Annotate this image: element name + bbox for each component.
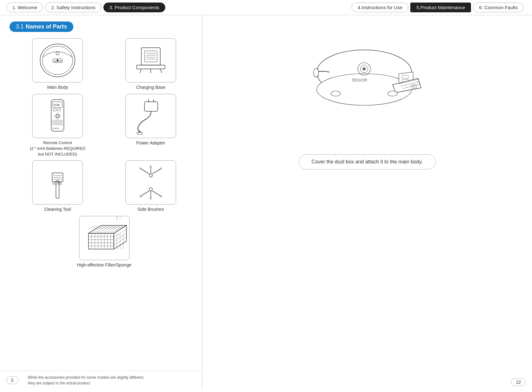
svg-line-52 [141, 169, 149, 174]
svg-rect-31 [60, 123, 62, 125]
svg-point-122 [388, 91, 397, 96]
svg-line-89 [95, 225, 107, 233]
svg-point-123 [314, 68, 319, 77]
part-filter: High-effective Filter/Sponge [16, 216, 193, 268]
svg-text:TESVOR: TESVOR [52, 127, 59, 129]
main-content: 3.1 Names of Parts TESVOR [0, 15, 532, 390]
svg-point-57 [160, 168, 162, 169]
label-side-brushes: Side Brushes [138, 206, 164, 213]
left-panel: 3.1 Names of Parts TESVOR [0, 15, 202, 390]
part-side-brushes: Side Brushes [109, 160, 193, 213]
svg-rect-29 [53, 123, 55, 125]
svg-line-59 [141, 191, 149, 196]
svg-line-101 [107, 225, 114, 229]
label-power-adapter: Power Adapter [136, 140, 165, 146]
svg-marker-22 [56, 118, 59, 119]
svg-line-41 [53, 182, 53, 185]
label-charging-base: Charging Base [136, 84, 165, 91]
svg-rect-36 [137, 132, 142, 134]
label-remote-control: Remote Control (2 * AAA Batteries REQUIR… [30, 140, 85, 157]
nav-item-faults[interactable]: 6. Common Faults [473, 3, 524, 12]
svg-line-47 [61, 182, 62, 185]
label-cleaning-tool: Cleaning Tool [44, 206, 71, 213]
svg-line-94 [111, 225, 123, 233]
svg-rect-20 [57, 109, 60, 111]
svg-rect-33 [144, 102, 158, 111]
part-charging-base: Charging Base [109, 38, 193, 91]
nav-item-instructions[interactable]: 4.Instructions for Use [352, 3, 408, 12]
part-image-filter [79, 216, 130, 260]
svg-line-103 [114, 225, 120, 229]
svg-point-5 [57, 59, 58, 61]
svg-line-93 [107, 225, 120, 233]
nav-item-product-components[interactable]: 3. Product Components [103, 3, 165, 12]
svg-point-64 [160, 196, 162, 197]
svg-rect-19 [53, 109, 56, 111]
parts-grid: TESVOR Main Body [16, 38, 193, 268]
svg-line-97 [95, 225, 101, 229]
nav-item-welcome[interactable]: 1. Welcome [6, 3, 43, 12]
svg-line-46 [60, 182, 60, 185]
svg-line-54 [152, 169, 160, 174]
svg-marker-23 [54, 114, 56, 118]
svg-rect-7 [144, 51, 157, 62]
part-image-remote-control: 8:88 [32, 94, 83, 138]
svg-line-42 [54, 182, 55, 185]
nav-item-maintenance[interactable]: 5.Product Maintenance [410, 3, 471, 12]
svg-line-9 [140, 69, 141, 73]
section-title: Names of Parts [26, 23, 67, 30]
page-number-right: 22 [511, 378, 526, 386]
svg-point-55 [140, 168, 142, 169]
svg-line-99 [101, 225, 107, 229]
part-main-body: TESVOR Main Body [16, 38, 100, 91]
part-cleaning-tool: Cleaning Tool [16, 160, 100, 213]
svg-line-104 [117, 225, 123, 229]
svg-line-96 [92, 225, 98, 229]
svg-line-88 [92, 225, 104, 233]
svg-marker-21 [56, 113, 59, 114]
label-main-body: Main Body [47, 84, 68, 91]
page-number-left: 5 [6, 377, 18, 384]
svg-rect-27 [56, 120, 59, 122]
part-image-power-adapter [125, 94, 176, 138]
svg-point-51 [149, 174, 152, 177]
svg-rect-30 [56, 123, 59, 125]
svg-line-100 [104, 225, 111, 229]
svg-line-102 [111, 225, 117, 229]
navigation-bar: 1. Welcome 2. Safety Instructions 3. Pro… [0, 0, 532, 15]
svg-line-45 [58, 182, 59, 185]
instruction-box: Cover the dust box and attach it to the … [299, 154, 436, 169]
svg-line-98 [98, 225, 104, 229]
svg-point-2 [56, 52, 59, 55]
label-filter: High-effective Filter/Sponge [77, 262, 131, 268]
part-image-cleaning-tool [32, 160, 83, 205]
svg-rect-26 [53, 120, 55, 122]
svg-line-35 [138, 131, 140, 132]
part-image-side-brushes [125, 160, 176, 205]
svg-rect-28 [60, 120, 62, 122]
svg-rect-6 [141, 48, 160, 65]
svg-text:TESVOR: TESVOR [352, 78, 367, 83]
right-panel: TESVOR [202, 15, 532, 390]
svg-point-58 [149, 188, 152, 191]
svg-point-25 [56, 115, 59, 117]
part-image-main-body: TESVOR [32, 38, 83, 83]
part-remote-control: 8:88 [16, 94, 100, 157]
svg-line-61 [152, 191, 160, 196]
part-image-charging-base [125, 38, 176, 83]
svg-marker-24 [59, 114, 61, 118]
svg-line-92 [104, 225, 117, 233]
svg-point-121 [331, 91, 340, 96]
svg-point-110 [363, 67, 366, 70]
svg-line-34 [140, 131, 141, 132]
svg-line-95 [89, 225, 95, 229]
robot-image-area: TESVOR [212, 40, 523, 135]
svg-text:8:88: 8:88 [54, 103, 60, 107]
part-power-adapter: Power Adapter [109, 94, 193, 157]
svg-line-105 [120, 225, 126, 229]
section-number: 3.1 [16, 23, 24, 30]
nav-item-safety[interactable]: 2. Safety Instructions [45, 3, 101, 12]
svg-line-90 [98, 225, 111, 233]
svg-rect-8 [137, 65, 165, 69]
section-heading: 3.1 Names of Parts [9, 21, 73, 32]
